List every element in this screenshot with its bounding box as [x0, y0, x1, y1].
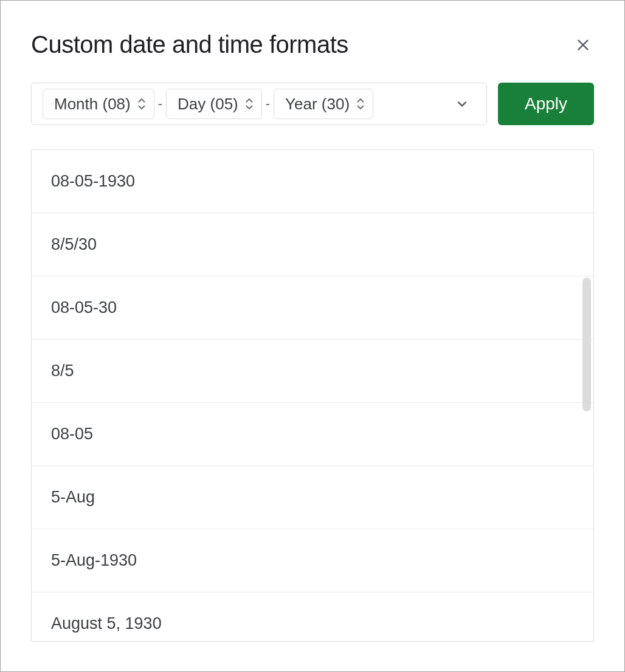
apply-button[interactable]: Apply — [498, 83, 594, 125]
chip-label: Year (30) — [285, 95, 350, 114]
chips-container: Month (08) - Day (05) - Year (30) — [43, 89, 446, 119]
scrollbar-thumb[interactable] — [582, 278, 591, 411]
format-list-wrapper: 08-05-1930 8/5/30 08-05-30 8/5 08-05 5-A… — [31, 149, 594, 642]
format-preset-item[interactable]: 8/5/30 — [32, 213, 593, 276]
format-builder[interactable]: Month (08) - Day (05) - Year (30) — [31, 83, 487, 125]
chip-year[interactable]: Year (30) — [274, 89, 373, 119]
format-preset-item[interactable]: 08-05 — [32, 403, 593, 466]
chip-day[interactable]: Day (05) — [166, 89, 262, 119]
stepper-icon — [356, 98, 365, 110]
close-button[interactable] — [572, 34, 594, 56]
add-part-dropdown[interactable] — [446, 96, 478, 112]
chip-separator: - — [262, 96, 274, 112]
chip-separator: - — [154, 96, 166, 112]
controls-row: Month (08) - Day (05) - Year (30) — [31, 83, 594, 125]
format-preset-item[interactable]: 5-Aug — [32, 466, 593, 529]
chip-month[interactable]: Month (08) — [43, 89, 154, 119]
format-preset-item[interactable]: 08-05-30 — [32, 276, 593, 340]
format-preset-item[interactable]: 8/5 — [32, 340, 593, 403]
dialog-header: Custom date and time formats — [31, 31, 594, 58]
format-list[interactable]: 08-05-1930 8/5/30 08-05-30 8/5 08-05 5-A… — [32, 150, 593, 641]
chevron-down-icon — [454, 96, 470, 112]
stepper-icon — [137, 98, 147, 110]
format-preset-item[interactable]: 5-Aug-1930 — [32, 529, 593, 592]
chip-label: Day (05) — [178, 95, 238, 114]
dialog-title: Custom date and time formats — [31, 31, 348, 58]
stepper-icon — [244, 98, 254, 110]
close-icon — [575, 36, 592, 53]
format-preset-item[interactable]: 08-05-1930 — [32, 150, 593, 213]
format-preset-item[interactable]: August 5, 1930 — [32, 592, 593, 641]
chip-label: Month (08) — [54, 95, 131, 114]
